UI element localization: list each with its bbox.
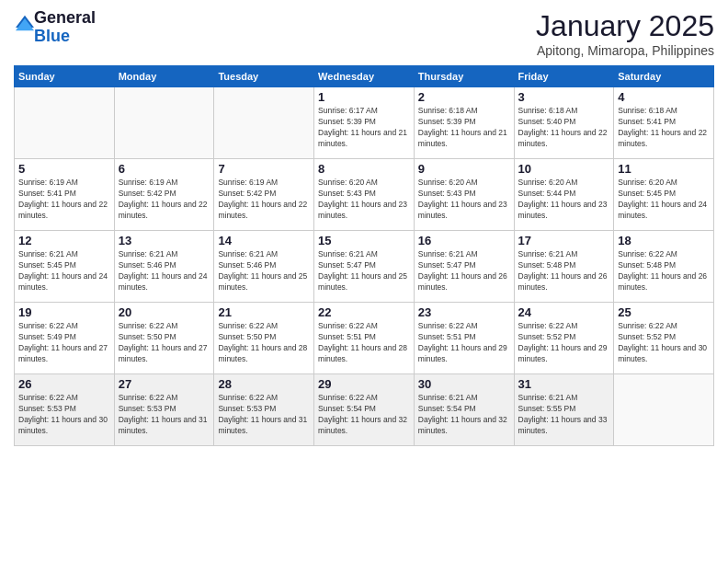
day-info: Sunrise: 6:22 AM Sunset: 5:51 PM Dayligh… — [418, 321, 510, 365]
day-info: Sunrise: 6:19 AM Sunset: 5:41 PM Dayligh… — [18, 178, 110, 222]
day-number: 23 — [418, 305, 510, 319]
calendar-cell: 16Sunrise: 6:21 AM Sunset: 5:47 PM Dayli… — [414, 231, 514, 303]
day-number: 25 — [618, 305, 710, 319]
day-number: 17 — [518, 234, 610, 247]
calendar-cell: 20Sunrise: 6:22 AM Sunset: 5:50 PM Dayli… — [114, 303, 214, 374]
day-info: Sunrise: 6:22 AM Sunset: 5:50 PM Dayligh… — [119, 321, 210, 365]
calendar-cell: 13Sunrise: 6:21 AM Sunset: 5:46 PM Dayli… — [114, 231, 214, 303]
calendar-cell: 21Sunrise: 6:22 AM Sunset: 5:50 PM Dayli… — [214, 303, 314, 374]
day-info: Sunrise: 6:19 AM Sunset: 5:42 PM Dayligh… — [119, 178, 210, 222]
day-number: 10 — [518, 162, 610, 176]
day-number: 11 — [618, 162, 710, 176]
day-info: Sunrise: 6:17 AM Sunset: 5:39 PM Dayligh… — [318, 106, 410, 150]
calendar-cell: 8Sunrise: 6:20 AM Sunset: 5:43 PM Daylig… — [314, 159, 415, 231]
calendar-cell — [114, 87, 214, 159]
day-info: Sunrise: 6:22 AM Sunset: 5:52 PM Dayligh… — [618, 321, 710, 365]
calendar-cell: 15Sunrise: 6:21 AM Sunset: 5:47 PM Dayli… — [314, 231, 415, 303]
header-saturday: Saturday — [614, 66, 714, 87]
day-number: 30 — [418, 377, 510, 391]
day-info: Sunrise: 6:19 AM Sunset: 5:42 PM Dayligh… — [218, 178, 310, 222]
logo: General Blue — [14, 9, 96, 46]
day-number: 21 — [218, 305, 310, 319]
day-number: 5 — [18, 162, 110, 176]
day-number: 4 — [618, 90, 710, 104]
calendar-cell: 31Sunrise: 6:21 AM Sunset: 5:55 PM Dayli… — [514, 374, 614, 446]
calendar-cell: 24Sunrise: 6:22 AM Sunset: 5:52 PM Dayli… — [514, 303, 614, 374]
calendar-cell: 3Sunrise: 6:18 AM Sunset: 5:40 PM Daylig… — [514, 87, 614, 159]
day-number: 12 — [18, 234, 110, 247]
day-info: Sunrise: 6:21 AM Sunset: 5:46 PM Dayligh… — [218, 249, 310, 293]
day-info: Sunrise: 6:22 AM Sunset: 5:52 PM Dayligh… — [518, 321, 610, 365]
day-info: Sunrise: 6:22 AM Sunset: 5:51 PM Dayligh… — [318, 321, 410, 365]
day-info: Sunrise: 6:21 AM Sunset: 5:45 PM Dayligh… — [18, 249, 110, 293]
day-info: Sunrise: 6:18 AM Sunset: 5:40 PM Dayligh… — [518, 106, 610, 150]
calendar-cell: 1Sunrise: 6:17 AM Sunset: 5:39 PM Daylig… — [314, 87, 415, 159]
calendar-cell: 6Sunrise: 6:19 AM Sunset: 5:42 PM Daylig… — [114, 159, 214, 231]
calendar-cell: 12Sunrise: 6:21 AM Sunset: 5:45 PM Dayli… — [15, 231, 115, 303]
header-friday: Friday — [514, 66, 614, 87]
calendar-cell: 29Sunrise: 6:22 AM Sunset: 5:54 PM Dayli… — [314, 374, 415, 446]
day-info: Sunrise: 6:21 AM Sunset: 5:48 PM Dayligh… — [518, 249, 610, 293]
day-info: Sunrise: 6:22 AM Sunset: 5:48 PM Dayligh… — [618, 249, 710, 293]
day-number: 1 — [318, 90, 410, 104]
header-wednesday: Wednesday — [314, 66, 415, 87]
day-info: Sunrise: 6:21 AM Sunset: 5:46 PM Dayligh… — [119, 249, 210, 293]
day-info: Sunrise: 6:20 AM Sunset: 5:43 PM Dayligh… — [318, 178, 410, 222]
day-number: 14 — [218, 234, 310, 247]
day-info: Sunrise: 6:20 AM Sunset: 5:45 PM Dayligh… — [618, 178, 710, 222]
day-info: Sunrise: 6:18 AM Sunset: 5:41 PM Dayligh… — [618, 106, 710, 150]
day-info: Sunrise: 6:21 AM Sunset: 5:55 PM Dayligh… — [518, 393, 610, 437]
calendar-week-row: 19Sunrise: 6:22 AM Sunset: 5:49 PM Dayli… — [15, 303, 714, 374]
day-number: 28 — [218, 377, 310, 391]
calendar-cell: 7Sunrise: 6:19 AM Sunset: 5:42 PM Daylig… — [214, 159, 314, 231]
calendar-cell — [614, 374, 714, 446]
day-info: Sunrise: 6:20 AM Sunset: 5:44 PM Dayligh… — [518, 178, 610, 222]
logo-general-text: General — [34, 9, 96, 28]
day-number: 22 — [318, 305, 410, 319]
calendar-cell: 25Sunrise: 6:22 AM Sunset: 5:52 PM Dayli… — [614, 303, 714, 374]
calendar-cell: 23Sunrise: 6:22 AM Sunset: 5:51 PM Dayli… — [414, 303, 514, 374]
calendar-cell: 2Sunrise: 6:18 AM Sunset: 5:39 PM Daylig… — [414, 87, 514, 159]
calendar-cell: 26Sunrise: 6:22 AM Sunset: 5:53 PM Dayli… — [15, 374, 115, 446]
calendar-cell: 19Sunrise: 6:22 AM Sunset: 5:49 PM Dayli… — [15, 303, 115, 374]
day-number: 18 — [618, 234, 710, 247]
header-tuesday: Tuesday — [214, 66, 314, 87]
calendar-cell: 11Sunrise: 6:20 AM Sunset: 5:45 PM Dayli… — [614, 159, 714, 231]
calendar-cell: 30Sunrise: 6:21 AM Sunset: 5:54 PM Dayli… — [414, 374, 514, 446]
day-info: Sunrise: 6:22 AM Sunset: 5:53 PM Dayligh… — [119, 393, 210, 437]
day-info: Sunrise: 6:21 AM Sunset: 5:47 PM Dayligh… — [418, 249, 510, 293]
header-monday: Monday — [114, 66, 214, 87]
title-section: January 2025 Apitong, Mimaropa, Philippi… — [536, 9, 714, 58]
calendar-table: Sunday Monday Tuesday Wednesday Thursday… — [14, 65, 714, 446]
calendar-cell: 9Sunrise: 6:20 AM Sunset: 5:43 PM Daylig… — [414, 159, 514, 231]
page-header: General Blue January 2025 Apitong, Mimar… — [14, 9, 714, 58]
header-thursday: Thursday — [414, 66, 514, 87]
day-number: 7 — [218, 162, 310, 176]
day-number: 2 — [418, 90, 510, 104]
day-number: 20 — [119, 305, 210, 319]
day-number: 6 — [119, 162, 210, 176]
calendar-cell: 10Sunrise: 6:20 AM Sunset: 5:44 PM Dayli… — [514, 159, 614, 231]
logo-blue-text: Blue — [34, 28, 96, 46]
month-title: January 2025 — [536, 9, 714, 43]
day-info: Sunrise: 6:22 AM Sunset: 5:49 PM Dayligh… — [18, 321, 110, 365]
calendar-week-row: 12Sunrise: 6:21 AM Sunset: 5:45 PM Dayli… — [15, 231, 714, 303]
day-number: 26 — [18, 377, 110, 391]
day-info: Sunrise: 6:22 AM Sunset: 5:50 PM Dayligh… — [218, 321, 310, 365]
calendar-cell: 5Sunrise: 6:19 AM Sunset: 5:41 PM Daylig… — [15, 159, 115, 231]
day-number: 3 — [518, 90, 610, 104]
day-number: 27 — [119, 377, 210, 391]
day-number: 19 — [18, 305, 110, 319]
day-number: 16 — [418, 234, 510, 247]
calendar-cell: 14Sunrise: 6:21 AM Sunset: 5:46 PM Dayli… — [214, 231, 314, 303]
day-number: 13 — [119, 234, 210, 247]
calendar-cell: 28Sunrise: 6:22 AM Sunset: 5:53 PM Dayli… — [214, 374, 314, 446]
day-info: Sunrise: 6:22 AM Sunset: 5:53 PM Dayligh… — [218, 393, 310, 437]
day-info: Sunrise: 6:21 AM Sunset: 5:47 PM Dayligh… — [318, 249, 410, 293]
day-info: Sunrise: 6:22 AM Sunset: 5:53 PM Dayligh… — [18, 393, 110, 437]
calendar-week-row: 5Sunrise: 6:19 AM Sunset: 5:41 PM Daylig… — [15, 159, 714, 231]
calendar-cell — [214, 87, 314, 159]
calendar-week-row: 1Sunrise: 6:17 AM Sunset: 5:39 PM Daylig… — [15, 87, 714, 159]
day-number: 9 — [418, 162, 510, 176]
calendar-cell — [15, 87, 115, 159]
